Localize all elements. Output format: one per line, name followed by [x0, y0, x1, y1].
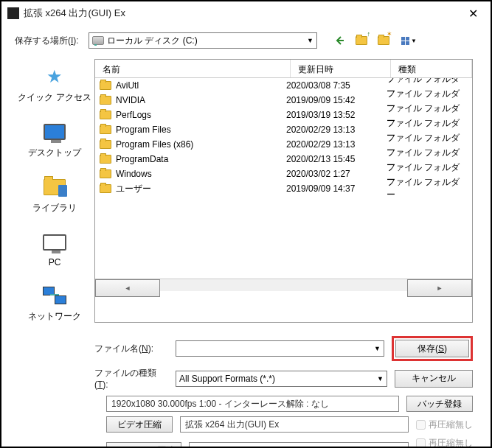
filetype-dropdown[interactable]: All Support Formats (*.*) ▼	[176, 371, 387, 387]
scroll-right-icon[interactable]: ►	[407, 279, 472, 297]
folder-icon	[100, 125, 111, 134]
chevron-down-icon: ▼	[307, 37, 313, 44]
file-name: PerfLogs	[116, 110, 286, 120]
view-menu-button[interactable]: ▼	[398, 33, 420, 48]
video-codec-box: 拡張 x264 出力(GUI) Ex	[180, 416, 409, 433]
file-list-pane: 名前 更新日時 種類 AviUtl2020/03/08 7:35ファイル フォル…	[94, 59, 473, 323]
place-network[interactable]: ネットワーク	[15, 284, 94, 323]
network-icon	[41, 284, 69, 307]
file-name: Windows	[116, 169, 286, 179]
col-name[interactable]: 名前	[95, 60, 291, 77]
video-compress-button[interactable]: ビデオ圧縮	[106, 416, 173, 433]
file-row[interactable]: ユーザー2019/09/09 14:37ファイル フォルダー	[95, 181, 472, 196]
desktop-icon	[41, 120, 69, 144]
back-button[interactable]	[332, 33, 347, 48]
titlebar: 拡張 x264 出力(GUI) Ex ✕	[1, 1, 491, 25]
folder-icon	[100, 96, 111, 105]
place-pc[interactable]: PC	[15, 231, 94, 267]
batch-register-button[interactable]: バッチ登録	[406, 396, 473, 412]
file-date: 2019/09/09 14:37	[286, 183, 387, 194]
folder-icon	[100, 111, 111, 119]
file-name: ユーザー	[116, 183, 286, 195]
scroll-left-icon[interactable]: ◄	[95, 279, 160, 297]
horizontal-scrollbar[interactable]: ◄ ►	[95, 279, 472, 291]
libraries-icon	[41, 175, 69, 199]
save-in-label: 保存する場所(I):	[15, 35, 81, 47]
chevron-down-icon: ▼	[377, 375, 384, 382]
file-date: 2019/03/19 13:52	[286, 110, 387, 120]
folder-icon	[100, 81, 111, 90]
video-no-recompress-checkbox: 再圧縮無し	[416, 419, 473, 431]
file-type: ファイル フォルダー	[387, 176, 468, 201]
file-date: 2019/09/09 15:42	[286, 95, 387, 105]
file-date: 2020/02/29 13:13	[286, 125, 387, 135]
filename-label: ファイル名(N):	[94, 343, 168, 355]
save-in-dropdown[interactable]: ローカル ディスク (C:) ▼	[89, 32, 317, 49]
chevron-down-icon: ▼	[374, 345, 381, 352]
save-button-highlight: 保存(S)	[392, 336, 473, 361]
app-icon	[7, 7, 19, 19]
pc-icon	[41, 231, 69, 254]
file-name: Program Files	[116, 125, 286, 135]
up-one-level-button[interactable]: ↑	[354, 33, 369, 48]
place-libraries[interactable]: ライブラリ	[15, 175, 94, 214]
audio-codec-box: PCM 44.100kHz 2ch	[189, 442, 409, 448]
file-date: 2020/03/02 1:27	[286, 169, 387, 179]
drive-name: ローカル ディスク (C:)	[107, 35, 198, 47]
folder-icon	[356, 36, 367, 45]
file-date: 2020/03/08 7:35	[286, 80, 387, 91]
place-desktop[interactable]: デスクトップ	[15, 120, 94, 159]
folder-icon	[100, 184, 111, 193]
filetype-label: ファイルの種類(T):	[94, 367, 168, 390]
places-bar: ★ クイック アクセス デスクトップ ライブラリ PC ネットワーク	[15, 59, 94, 323]
col-date[interactable]: 更新日時	[291, 60, 391, 77]
save-button[interactable]: 保存(S)	[395, 340, 469, 357]
new-folder-button[interactable]: ✶	[376, 33, 391, 48]
folder-icon	[100, 155, 111, 164]
audio-no-recompress-checkbox: 再圧縮無し	[416, 437, 473, 448]
folder-icon	[100, 169, 111, 178]
file-date: 2020/02/29 13:13	[286, 139, 387, 150]
window-title: 拡張 x264 出力(GUI) Ex	[24, 7, 457, 20]
chevron-down-icon: ▼	[411, 38, 417, 44]
drive-icon	[92, 36, 104, 45]
file-name: Program Files (x86)	[116, 139, 286, 150]
file-list-header: 名前 更新日時 種類	[95, 59, 472, 78]
close-button[interactable]: ✕	[457, 2, 489, 24]
place-quick-access[interactable]: ★ クイック アクセス	[15, 65, 94, 104]
file-name: NVIDIA	[116, 95, 286, 105]
col-type[interactable]: 種類	[391, 60, 472, 77]
quick-access-icon: ★	[41, 65, 69, 88]
file-name: AviUtl	[116, 80, 286, 91]
filename-input[interactable]: ▼	[176, 340, 384, 357]
cancel-button[interactable]: キャンセル	[395, 370, 473, 388]
file-date: 2020/02/13 15:45	[286, 154, 387, 164]
file-name: ProgramData	[116, 154, 286, 164]
folder-icon	[100, 140, 111, 149]
audio-compress-button: オーディオ圧縮	[106, 442, 181, 448]
view-grid-icon	[401, 37, 409, 45]
file-list[interactable]: AviUtl2020/03/08 7:35ファイル フォルダーNVIDIA201…	[95, 78, 472, 279]
encode-summary: 1920x1080 30.000fps 1:00 - インターレース解除 : な…	[106, 396, 399, 412]
